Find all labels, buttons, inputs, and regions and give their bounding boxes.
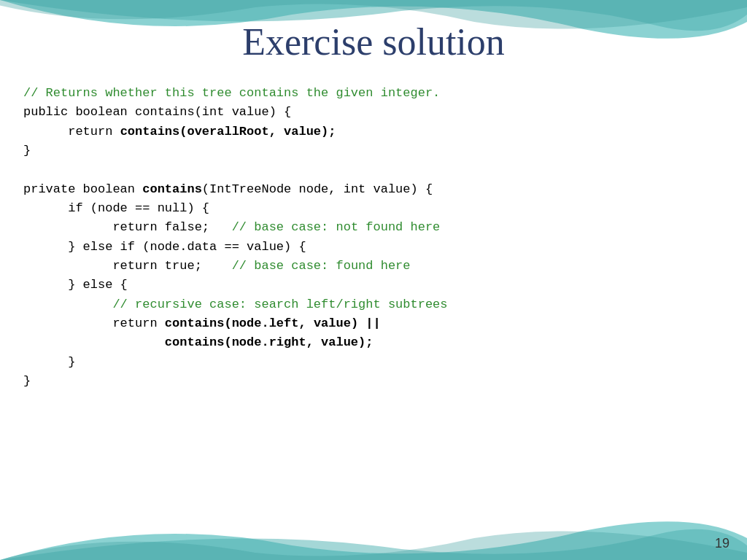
code-line-4: } [23, 141, 724, 160]
code-line-16: } [23, 372, 724, 391]
code-line-6: private boolean contains(IntTreeNode nod… [23, 180, 724, 199]
code-line-13: return contains(node.left, value) || [23, 314, 724, 333]
slide-title: Exercise solution [0, 20, 747, 63]
code-line-8-comment: // base case: not found here [232, 220, 441, 234]
slide: Exercise solution // Returns whether thi… [0, 0, 747, 560]
code-line-2: public boolean contains(int value) { [23, 103, 724, 122]
code-line-11: } else { [23, 276, 724, 295]
code-line-6-post: (IntTreeNode node, int value) { [202, 182, 433, 196]
code-line-5 [23, 160, 724, 179]
code-line-3-pre: return [23, 125, 120, 139]
code-line-10-pre: return true; [23, 259, 232, 273]
code-line-13-bold: contains(node.left, value) || [165, 316, 381, 330]
code-line-7: if (node == null) { [23, 199, 724, 218]
code-line-3: return contains(overallRoot, value); [23, 122, 724, 141]
code-line-6-bold: contains [142, 182, 202, 196]
code-line-10-comment: // base case: found here [232, 259, 411, 273]
code-line-8-pre: return false; [23, 220, 232, 234]
code-line-1: // Returns whether this tree contains th… [23, 84, 724, 103]
code-block: // Returns whether this tree contains th… [23, 84, 724, 392]
curve-bottom-decoration [0, 502, 747, 560]
code-line-6-pre: private boolean [23, 182, 142, 196]
page-number: 19 [715, 536, 729, 551]
code-line-15: } [23, 353, 724, 372]
code-line-9: } else if (node.data == value) { [23, 238, 724, 257]
code-line-3-bold: contains(overallRoot, value); [120, 125, 336, 139]
code-line-14: contains(node.right, value); [23, 333, 724, 352]
code-line-8: return false; // base case: not found he… [23, 218, 724, 237]
code-line-10: return true; // base case: found here [23, 257, 724, 276]
code-line-13-pre: return [23, 316, 165, 330]
code-line-12: // recursive case: search left/right sub… [23, 295, 724, 314]
